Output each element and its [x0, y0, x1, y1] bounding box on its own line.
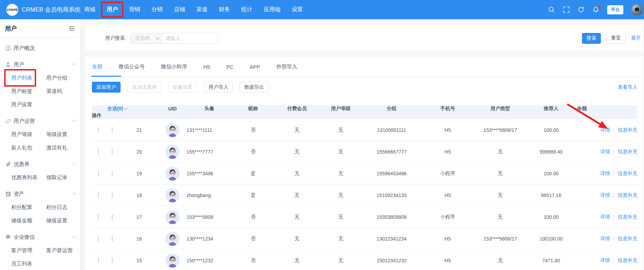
row-checkbox[interactable]: [112, 236, 113, 242]
info-supplement-link[interactable]: 信息补充: [618, 149, 637, 155]
sidebar-item-employee-list[interactable]: 员工列表: [11, 257, 46, 270]
cell-actions: 详情|信息补充: [588, 214, 637, 220]
row-expand-icon[interactable]: [98, 236, 99, 242]
row-checkbox[interactable]: [112, 257, 113, 264]
detail-link[interactable]: 详情: [600, 214, 610, 220]
detail-link[interactable]: 详情: [600, 149, 610, 155]
nav-item-application[interactable]: 应用端: [258, 0, 286, 19]
notifications[interactable]: [592, 6, 599, 13]
detail-link[interactable]: 详情: [600, 192, 610, 198]
info-supplement-link[interactable]: 信息补充: [618, 127, 637, 133]
row-expand-icon[interactable]: [98, 214, 99, 220]
search-input[interactable]: [162, 33, 218, 44]
nav-item-settings[interactable]: 设置: [286, 0, 309, 19]
sidebar-section-header-assets[interactable]: 资产: [0, 187, 81, 201]
info-supplement-link[interactable]: 信息补充: [618, 236, 637, 242]
row-expand-icon[interactable]: [98, 149, 99, 155]
tab-app[interactable]: APP: [250, 57, 260, 76]
nav-item-channel[interactable]: 渠道: [191, 0, 213, 19]
sidebar-item-user-group[interactable]: 用户分组: [46, 71, 81, 85]
sidebar-item-points-config[interactable]: 积分配置: [11, 201, 46, 214]
info-supplement-link[interactable]: 信息补充: [618, 170, 637, 177]
info-supplement-link[interactable]: 信息补充: [618, 192, 637, 198]
top-navbar: crmeb CRMEB 会员电商系统 商城用户营销分销店铺渠道财务统计应用端设置…: [0, 0, 644, 19]
sidebar-item-activation-gift[interactable]: 激活有礼: [46, 141, 81, 154]
row-expand-icon[interactable]: [98, 257, 99, 263]
user-import-button[interactable]: 用户导入: [204, 82, 233, 93]
tab-all[interactable]: 全部: [92, 57, 102, 76]
add-user-button[interactable]: 添加用户: [92, 82, 121, 93]
tab-external-import[interactable]: 外部导入: [276, 57, 297, 76]
detail-link[interactable]: 详情: [600, 127, 610, 133]
cell-actions: 详情|信息补充: [588, 127, 637, 133]
search-button[interactable]: 搜索: [582, 33, 601, 44]
row-checkbox[interactable]: [112, 149, 113, 155]
nav-item-shop[interactable]: 店铺: [168, 0, 191, 19]
sidebar-item-user-tag[interactable]: 用户标签: [11, 85, 46, 98]
sidebar-item-channel-code[interactable]: 渠道码: [46, 85, 81, 98]
nav-item-mall[interactable]: 商城: [79, 0, 101, 19]
sidebar-section-label-user: 用户: [14, 61, 24, 68]
data-export-button[interactable]: 数据导出: [240, 82, 269, 93]
nav-item-finance[interactable]: 财务: [213, 0, 236, 19]
row-checkbox[interactable]: [112, 192, 113, 198]
nav-item-statistics[interactable]: 统计: [236, 0, 258, 19]
collapse-menu-icon[interactable]: [69, 25, 75, 32]
user-search-panel: 用户搜索: 请选择 搜索 重置 展开: [86, 26, 643, 51]
sidebar-item-coupon-list[interactable]: 优惠券列表: [11, 171, 46, 184]
search-icon[interactable]: [548, 6, 555, 13]
sidebar-item-stored-settings[interactable]: 储值设置: [46, 214, 81, 227]
sidebar-section-header-user[interactable]: 用户: [0, 58, 81, 71]
refresh-icon[interactable]: [578, 6, 584, 13]
user-avatar-image: [165, 123, 179, 137]
view-import-link[interactable]: 查看导入: [618, 84, 637, 90]
nav-item-marketing[interactable]: 营销: [123, 0, 146, 19]
select-all-dropdown[interactable]: 全选(0): [92, 106, 158, 112]
cell-phone: 15566667777: [362, 149, 421, 155]
sidebar-item-user-list[interactable]: 用户列表: [11, 71, 46, 85]
info-supplement-link[interactable]: 信息补充: [618, 214, 637, 220]
row-expand-icon[interactable]: [98, 192, 99, 198]
sidebar-section-header-user-operation[interactable]: 用户运营: [0, 114, 81, 128]
sidebar-item-claim-records[interactable]: 领取记录: [46, 171, 81, 184]
sidebar-item-newcomer-gift[interactable]: 新人礼包: [11, 141, 46, 154]
sidebar-item-user-settings[interactable]: 用户设置: [11, 98, 46, 111]
cell-uid: 21: [120, 127, 158, 133]
row-expand-icon[interactable]: [98, 170, 99, 176]
reset-button[interactable]: 重置: [606, 33, 625, 44]
detail-link[interactable]: 详情: [600, 257, 610, 264]
row-expand-cell: [92, 149, 104, 155]
sidebar-item-level-settings[interactable]: 等级设置: [46, 128, 81, 141]
cell-referrer: 153****5808/17: [474, 236, 527, 242]
tab-pc[interactable]: PC: [226, 57, 233, 76]
sidebar-section-header-coupon[interactable]: 优惠券: [0, 157, 81, 171]
info-supplement-link[interactable]: 信息补充: [618, 257, 637, 264]
cell-avatar: [158, 123, 187, 137]
row-checkbox[interactable]: [112, 170, 113, 177]
cell-level: 无: [274, 149, 320, 155]
platform-badge[interactable]: 平台: [607, 5, 623, 14]
sidebar-section-header-enterprise-wechat[interactable]: 企业微信: [0, 230, 81, 244]
sidebar-item-customer-group-operation[interactable]: 客户群运营: [46, 244, 81, 257]
tab-wechat-miniprogram[interactable]: 微信小程序: [161, 57, 187, 76]
sidebar-item-points-log[interactable]: 积分日志: [46, 201, 81, 214]
table-row: 21131****1111否无无13100001111H5153****5808…: [92, 119, 637, 141]
user-avatar[interactable]: [631, 4, 643, 15]
detail-link[interactable]: 详情: [600, 236, 610, 242]
sidebar-item-user-level[interactable]: 用户等级: [11, 128, 46, 141]
sidebar-item-stored-amount[interactable]: 储值金额: [11, 214, 46, 227]
detail-link[interactable]: 详情: [600, 170, 610, 177]
search-field-select[interactable]: 请选择: [130, 33, 162, 44]
nav-item-distribution[interactable]: 分销: [146, 0, 168, 19]
expand-link[interactable]: 展开: [631, 35, 641, 41]
fullscreen-icon[interactable]: [563, 6, 570, 13]
row-expand-icon[interactable]: [98, 127, 99, 133]
row-checkbox[interactable]: [112, 214, 113, 220]
row-checkbox[interactable]: [112, 127, 113, 133]
tab-wechat-official[interactable]: 微信公众号: [118, 57, 145, 76]
nav-item-user[interactable]: 用户: [101, 0, 123, 19]
sidebar-section-header-user-overview[interactable]: 用户概况: [0, 41, 81, 55]
tab-h5[interactable]: H5: [203, 57, 210, 76]
sidebar-item-customer-management[interactable]: 客户管理: [11, 244, 46, 257]
chevron-up-icon: [72, 163, 76, 167]
